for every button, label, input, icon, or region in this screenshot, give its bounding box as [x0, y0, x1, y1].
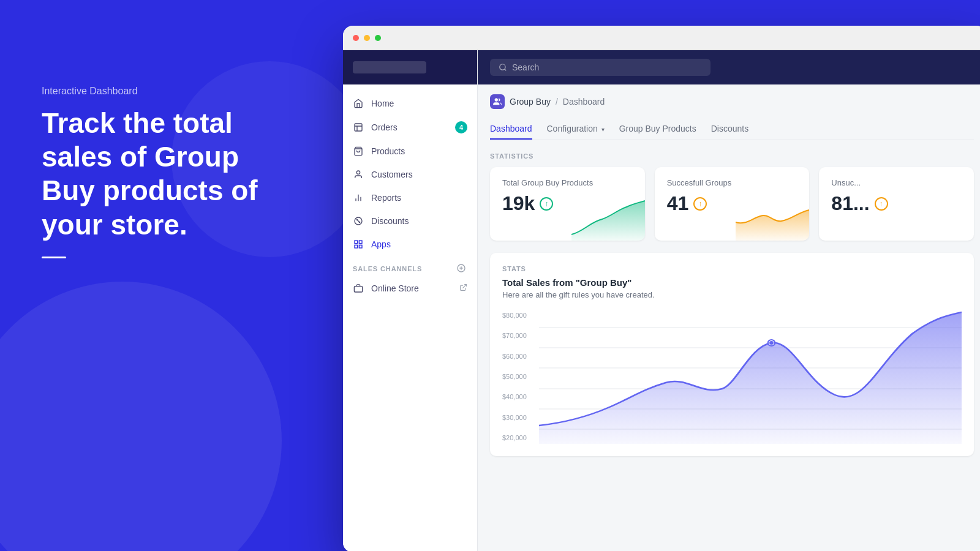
breadcrumb-separator: / — [556, 97, 558, 107]
top-bar — [478, 50, 980, 84]
browser-dot-minimize — [364, 35, 370, 41]
sidebar: Home Orders 4 — [343, 50, 478, 551]
main-chart-svg — [539, 309, 962, 444]
home-icon — [353, 98, 364, 109]
hero-divider — [42, 257, 66, 258]
apps-icon — [353, 239, 364, 250]
products-icon — [353, 146, 364, 157]
sales-channels-label-text: SALES CHANNELS — [353, 265, 422, 272]
hero-subtitle: Interactive Dashboard — [42, 86, 299, 97]
stat-card-value-unsuccessful: 81... ↑ — [831, 192, 962, 215]
sales-channels-section-label: SALES CHANNELS — [343, 256, 477, 277]
sidebar-item-label-home: Home — [371, 99, 394, 108]
y-label-60k: $60,000 — [502, 353, 535, 360]
svg-point-10 — [356, 219, 357, 220]
stat-cards: Total Group Buy Products 19k ↑ — [490, 167, 974, 241]
left-background — [0, 0, 380, 551]
breadcrumb-current: Dashboard — [563, 97, 605, 107]
mini-chart-yellow — [736, 198, 809, 241]
sidebar-item-label-customers: Customers — [371, 170, 413, 179]
external-link-icon — [459, 283, 467, 293]
app-area: Group Buy / Dashboard Dashboard Configur… — [478, 84, 980, 551]
add-sales-channel-icon[interactable] — [456, 263, 467, 274]
decorative-circle-large — [0, 282, 282, 551]
svg-rect-12 — [355, 241, 358, 244]
tabs: Dashboard Configuration ▾ Group Buy Prod… — [490, 119, 974, 140]
chart-canvas — [539, 309, 962, 444]
stat-icon-yellow: ↑ — [693, 197, 707, 211]
stat-card-unsuccessful: Unsuc... 81... ↑ — [819, 167, 974, 241]
app-layout: Home Orders 4 — [343, 50, 980, 551]
configuration-caret: ▾ — [601, 126, 605, 133]
sidebar-item-online-store[interactable]: Online Store — [343, 277, 477, 300]
svg-point-21 — [500, 64, 505, 70]
tab-dashboard[interactable]: Dashboard — [490, 119, 532, 140]
search-bar[interactable] — [490, 59, 710, 76]
stat-card-title-unsuccessful: Unsuc... — [831, 178, 962, 187]
svg-line-20 — [462, 285, 466, 288]
sidebar-item-products[interactable]: Products — [343, 140, 477, 163]
tab-configuration[interactable]: Configuration ▾ — [547, 119, 605, 140]
customers-icon — [353, 169, 364, 180]
sidebar-item-label-orders: Orders — [371, 122, 398, 132]
app-icon — [490, 94, 505, 109]
browser-topbar — [343, 26, 980, 50]
hero-headline: Track the total sales of Group Buy produ… — [42, 107, 299, 242]
svg-line-22 — [505, 69, 507, 71]
main-content: Group Buy / Dashboard Dashboard Configur… — [478, 50, 980, 551]
tab-group-buy-products[interactable]: Group Buy Products — [619, 119, 696, 140]
stat-card-title-total: Total Group Buy Products — [502, 178, 633, 187]
stats-section-label: STATS — [502, 265, 962, 272]
left-hero-content: Interactive Dashboard Track the total sa… — [42, 86, 299, 258]
browser-dot-maximize — [375, 35, 381, 41]
sidebar-header — [343, 50, 477, 84]
stats-chart-subtitle: Here are all the gift rules you have cre… — [502, 290, 962, 299]
tab-discounts[interactable]: Discounts — [711, 119, 748, 140]
y-label-30k: $30,000 — [502, 414, 535, 421]
orders-icon — [353, 122, 364, 133]
svg-point-31 — [769, 341, 774, 345]
svg-rect-15 — [355, 245, 358, 248]
search-input[interactable] — [512, 62, 702, 72]
y-label-50k: $50,000 — [502, 373, 535, 380]
search-icon — [499, 63, 507, 72]
y-label-70k: $70,000 — [502, 332, 535, 339]
sidebar-item-label-discounts: Discounts — [371, 216, 409, 226]
svg-rect-13 — [359, 241, 362, 244]
svg-point-4 — [356, 171, 360, 174]
store-icon — [353, 283, 364, 294]
stat-icon-yellow-2: ↑ — [875, 197, 888, 211]
breadcrumb-app-name: Group Buy — [510, 97, 551, 107]
orders-badge: 4 — [455, 121, 467, 133]
y-label-20k: $20,000 — [502, 434, 535, 441]
reports-icon — [353, 192, 364, 203]
mini-chart-green — [571, 198, 645, 241]
sidebar-item-discounts[interactable]: Discounts — [343, 209, 477, 233]
sidebar-item-home[interactable]: Home — [343, 92, 477, 115]
stats-chart-title: Total Sales from "Group Buy" — [502, 277, 962, 288]
stat-card-title-successful: Succesfull Groups — [667, 178, 797, 187]
breadcrumb: Group Buy / Dashboard — [490, 94, 974, 109]
sidebar-item-label-apps: Apps — [371, 239, 391, 249]
discounts-icon — [353, 216, 364, 227]
sidebar-item-customers[interactable]: Customers — [343, 163, 477, 186]
browser-window: Home Orders 4 — [343, 26, 980, 551]
store-name — [353, 61, 426, 73]
sidebar-item-apps[interactable]: Apps — [343, 233, 477, 256]
sidebar-item-label-reports: Reports — [371, 193, 401, 203]
sidebar-nav: Home Orders 4 — [343, 84, 477, 551]
stats-chart-section: STATS Total Sales from "Group Buy" Here … — [490, 253, 974, 456]
sidebar-item-orders[interactable]: Orders 4 — [343, 115, 477, 140]
svg-rect-0 — [355, 124, 362, 131]
stat-card-total-group-buy: Total Group Buy Products 19k ↑ — [490, 167, 645, 241]
sidebar-item-reports[interactable]: Reports — [343, 186, 477, 209]
svg-point-23 — [495, 99, 498, 102]
svg-rect-19 — [354, 287, 362, 292]
svg-point-11 — [359, 222, 360, 222]
y-label-40k: $40,000 — [502, 393, 535, 400]
svg-rect-14 — [359, 245, 362, 248]
stat-card-successful-groups: Succesfull Groups 41 ↑ — [655, 167, 810, 241]
sidebar-item-label-online-store: Online Store — [371, 283, 419, 293]
stat-icon-green: ↑ — [540, 197, 553, 211]
y-label-80k: $80,000 — [502, 312, 535, 319]
